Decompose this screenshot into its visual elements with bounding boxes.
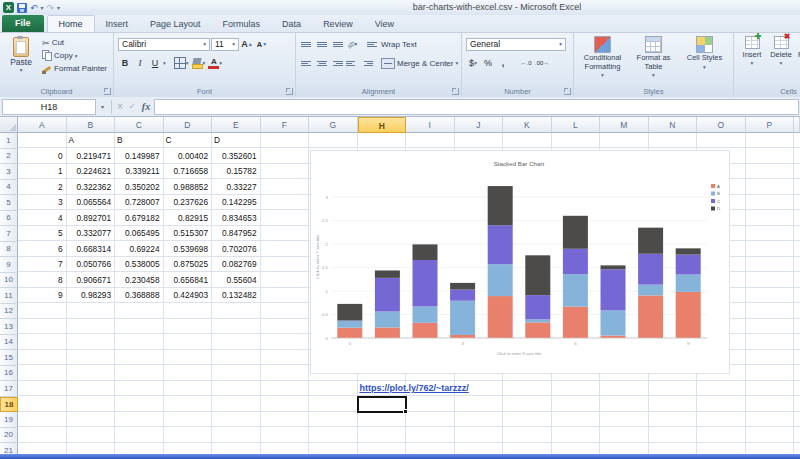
cell-D11[interactable]: 0.424903	[164, 288, 209, 304]
fill-color-button[interactable]: ▾	[191, 57, 207, 70]
cell-B10[interactable]: 0.906671	[67, 273, 112, 289]
tab-home[interactable]: Home	[47, 15, 95, 32]
tab-review[interactable]: Review	[312, 16, 364, 32]
column-header-J[interactable]: J	[455, 117, 504, 133]
cell-E10[interactable]: 0.55604	[212, 273, 257, 289]
cell-D8[interactable]: 0.539698	[164, 242, 209, 258]
cell-A11[interactable]: 9	[18, 288, 63, 304]
cell-E7[interactable]: 0.847952	[212, 226, 257, 242]
cell-C7[interactable]: 0.065495	[115, 226, 160, 242]
increase-decimal-button[interactable]: ←.0	[519, 57, 533, 70]
italic-button[interactable]: I	[133, 57, 147, 70]
tab-view[interactable]: View	[364, 16, 405, 32]
row-header-18[interactable]: 18	[0, 397, 18, 413]
cell-D10[interactable]: 0.656841	[164, 273, 209, 289]
cancel-icon[interactable]: ×	[114, 102, 126, 111]
grow-font-button[interactable]: A▲	[240, 38, 254, 51]
cell-B11[interactable]: 0.98293	[67, 288, 112, 304]
paste-button[interactable]: Paste ▾	[4, 36, 38, 75]
alignment-dialog-launcher[interactable]	[452, 88, 459, 95]
insert-cells-button[interactable]: ✚ Insert ▾	[738, 36, 766, 84]
underline-button[interactable]: U	[148, 57, 162, 70]
qat-customize-icon[interactable]: ▾	[57, 5, 60, 11]
row-header-13[interactable]: 13	[0, 319, 18, 335]
shrink-font-button[interactable]: A▼	[255, 38, 269, 51]
excel-app-icon[interactable]: X	[3, 2, 14, 13]
align-middle-button[interactable]	[315, 38, 329, 51]
row-header-7[interactable]: 7	[0, 226, 18, 242]
align-top-button[interactable]	[300, 38, 314, 51]
row-header-12[interactable]: 12	[0, 304, 18, 320]
row-header-15[interactable]: 15	[0, 350, 18, 366]
row-header-8[interactable]: 8	[0, 242, 18, 258]
save-icon[interactable]	[17, 3, 27, 13]
cell-E9[interactable]: 0.082769	[212, 257, 257, 273]
name-box[interactable]: H18	[2, 99, 96, 115]
cell-styles-button[interactable]: Cell Styles ▾	[680, 36, 729, 84]
format-painter-button[interactable]: Format Painter	[40, 62, 109, 75]
cell-E3[interactable]: 0.15782	[212, 164, 257, 180]
cell-C3[interactable]: 0.339211	[115, 164, 160, 180]
cell-B5[interactable]: 0.065564	[67, 195, 112, 211]
cell-A8[interactable]: 6	[18, 242, 63, 258]
wrap-text-button[interactable]: Wrap Text	[365, 38, 419, 51]
row-header-19[interactable]: 19	[0, 412, 18, 428]
column-header-L[interactable]: L	[552, 117, 601, 133]
align-bottom-button[interactable]	[330, 38, 344, 51]
row-header-2[interactable]: 2	[0, 149, 18, 165]
row-header-1[interactable]: 1	[0, 133, 18, 149]
cell-D1[interactable]: C	[166, 133, 213, 149]
undo-icon[interactable]: ↶	[30, 3, 38, 13]
row-header-5[interactable]: 5	[0, 195, 18, 211]
column-header-H[interactable]: H	[358, 117, 407, 133]
row-header-20[interactable]: 20	[0, 428, 18, 444]
cell-B7[interactable]: 0.332077	[67, 226, 112, 242]
cell-E11[interactable]: 0.132482	[212, 288, 257, 304]
formula-input[interactable]	[154, 99, 799, 115]
cell-B6[interactable]: 0.892701	[67, 211, 112, 227]
cell-A6[interactable]: 4	[18, 211, 63, 227]
cell-D7[interactable]: 0.515307	[164, 226, 209, 242]
row-header-4[interactable]: 4	[0, 180, 18, 196]
cell-B4[interactable]: 0.322362	[67, 180, 112, 196]
cell-C5[interactable]: 0.728007	[115, 195, 160, 211]
cell-A2[interactable]: 0	[18, 149, 63, 165]
column-header-C[interactable]: C	[115, 117, 164, 133]
row-header-9[interactable]: 9	[0, 257, 18, 273]
column-header-D[interactable]: D	[164, 117, 213, 133]
font-color-button[interactable]: A▾	[207, 57, 223, 70]
delete-cells-button[interactable]: ✖ Delete ▾	[767, 36, 795, 84]
plotly-hyperlink[interactable]: https://plot.ly/762/~tarzzz/	[360, 381, 469, 397]
cell-A5[interactable]: 3	[18, 195, 63, 211]
undo-caret-icon[interactable]: ▾	[41, 5, 44, 11]
decrease-decimal-button[interactable]: .00→	[534, 57, 550, 70]
font-family-select[interactable]: Calibri▾	[118, 38, 210, 51]
cell-D9[interactable]: 0.875025	[164, 257, 209, 273]
bold-button[interactable]: B	[118, 57, 132, 70]
increase-indent-button[interactable]	[360, 57, 374, 70]
select-all-corner[interactable]	[0, 117, 18, 133]
column-header-E[interactable]: E	[212, 117, 261, 133]
font-dialog-launcher[interactable]	[286, 88, 293, 95]
cell-C9[interactable]: 0.538005	[115, 257, 160, 273]
borders-button[interactable]: ▾	[173, 57, 190, 70]
cell-B3[interactable]: 0.224621	[67, 164, 112, 180]
name-box-caret-icon[interactable]: ▾	[96, 103, 109, 110]
row-header-17[interactable]: 17	[0, 381, 18, 397]
cell-C11[interactable]: 0.368888	[115, 288, 160, 304]
column-header-O[interactable]: O	[697, 117, 746, 133]
font-size-select[interactable]: 11▾	[211, 38, 239, 51]
cell-A3[interactable]: 1	[18, 164, 63, 180]
row-header-11[interactable]: 11	[0, 288, 18, 304]
cell-A9[interactable]: 7	[18, 257, 63, 273]
cut-button[interactable]: ✂ Cut	[40, 36, 109, 49]
row-header-14[interactable]: 14	[0, 335, 18, 351]
cell-A4[interactable]: 2	[18, 180, 63, 196]
orientation-button[interactable]: ab▾	[345, 38, 359, 51]
cell-E5[interactable]: 0.142295	[212, 195, 257, 211]
comma-style-button[interactable]: ,	[496, 57, 510, 70]
percent-style-button[interactable]: %	[481, 57, 495, 70]
column-header-A[interactable]: A	[18, 117, 67, 133]
row-header-16[interactable]: 16	[0, 366, 18, 382]
cell-B2[interactable]: 0.219471	[67, 149, 112, 165]
